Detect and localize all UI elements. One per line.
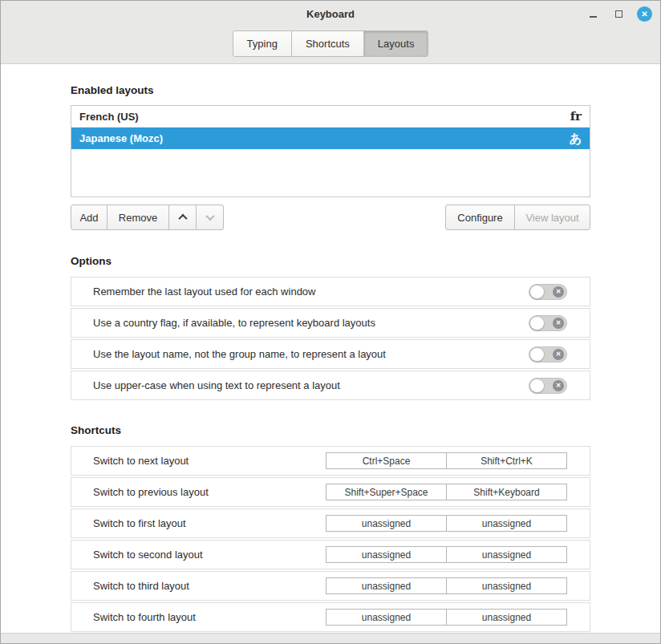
- layout-edit-buttons: Add Remove: [71, 205, 224, 230]
- toggle-layout-name[interactable]: ✕: [529, 346, 567, 363]
- option-label: Use the layout name, not the group name,…: [93, 348, 386, 360]
- configure-button[interactable]: Configure: [445, 205, 515, 230]
- shortcut-row-second-layout: Switch to second layout unassigned unass…: [71, 540, 590, 569]
- keybinding-button-1[interactable]: unassigned: [326, 577, 447, 594]
- chevron-up-icon: [178, 214, 187, 223]
- layout-name: Japanese (Mozc): [79, 132, 163, 144]
- shortcut-label: Switch to next layout: [93, 455, 189, 467]
- toggle-knob: [529, 285, 545, 299]
- keybinding-button-2[interactable]: Shift+Ctrl+K: [446, 452, 567, 469]
- keybinding-pair: unassigned unassigned: [326, 609, 567, 626]
- keybinding-pair: Ctrl+Space Shift+Ctrl+K: [326, 452, 567, 469]
- toggle-country-flag[interactable]: ✕: [529, 315, 567, 331]
- shortcut-label: Switch to fourth layout: [93, 611, 196, 623]
- toggle-off-icon: ✕: [553, 318, 564, 329]
- add-layout-button[interactable]: Add: [71, 205, 107, 230]
- option-label: Use upper-case when using text to repres…: [93, 379, 340, 391]
- shortcuts-heading: Shortcuts: [71, 424, 590, 436]
- options-heading: Options: [71, 255, 590, 267]
- minimize-icon: [590, 16, 597, 18]
- keybinding-pair: unassigned unassigned: [326, 546, 567, 563]
- remove-layout-button[interactable]: Remove: [107, 205, 169, 230]
- option-row-layout-name: Use the layout name, not the group name,…: [71, 339, 590, 369]
- close-icon: ✕: [641, 10, 647, 18]
- tab-typing[interactable]: Typing: [233, 31, 291, 56]
- layout-list: French (US) fr Japanese (Mozc) あ: [71, 105, 590, 197]
- window-controls: ✕: [586, 1, 652, 27]
- layout-list-toolbar: Add Remove Configure View layout: [71, 205, 590, 230]
- tab-layouts[interactable]: Layouts: [363, 31, 428, 56]
- toggle-off-icon: ✕: [553, 349, 564, 360]
- option-row-country-flag: Use a country flag, if available, to rep…: [71, 308, 590, 338]
- keybinding-button-1[interactable]: Shift+Super+Space: [326, 484, 447, 500]
- layout-name: French (US): [79, 111, 139, 123]
- tab-group: Typing Shortcuts Layouts: [233, 30, 429, 57]
- toggle-upper-case[interactable]: ✕: [529, 378, 567, 394]
- minimize-button[interactable]: [586, 6, 601, 22]
- layout-action-buttons: Configure View layout: [445, 205, 590, 230]
- tab-shortcuts[interactable]: Shortcuts: [291, 31, 363, 56]
- shortcut-row-first-layout: Switch to first layout unassigned unassi…: [71, 508, 590, 538]
- option-label: Remember the last layout used for each w…: [93, 286, 315, 298]
- layout-indicator-ja: あ: [570, 132, 582, 144]
- keybinding-button-1[interactable]: unassigned: [326, 546, 447, 563]
- enabled-layouts-heading: Enabled layouts: [71, 84, 590, 96]
- chevron-down-icon: [205, 212, 214, 221]
- keybinding-button-2[interactable]: unassigned: [446, 546, 567, 563]
- tab-strip: Typing Shortcuts Layouts: [1, 27, 660, 64]
- keybinding-button-2[interactable]: unassigned: [446, 515, 567, 532]
- keybinding-pair: Shift+Super+Space Shift+Keyboard: [326, 484, 567, 500]
- maximize-icon: [615, 10, 622, 18]
- shortcut-row-next-layout: Switch to next layout Ctrl+Space Shift+C…: [71, 446, 590, 476]
- close-button[interactable]: ✕: [637, 6, 652, 22]
- view-layout-button[interactable]: View layout: [514, 205, 590, 230]
- keybinding-button-1[interactable]: Ctrl+Space: [326, 452, 447, 469]
- shortcut-label: Switch to second layout: [93, 549, 203, 561]
- maximize-button[interactable]: [611, 6, 627, 22]
- shortcut-row-third-layout: Switch to third layout unassigned unassi…: [71, 571, 590, 601]
- window-title: Keyboard: [306, 8, 355, 20]
- shortcut-row-fourth-layout: Switch to fourth layout unassigned unass…: [71, 602, 590, 632]
- toggle-knob: [529, 347, 545, 362]
- shortcuts-list: Switch to next layout Ctrl+Space Shift+C…: [71, 446, 590, 632]
- keybinding-button-2[interactable]: unassigned: [446, 609, 567, 626]
- toggle-knob: [529, 316, 545, 330]
- layout-row-french[interactable]: French (US) fr: [71, 106, 590, 128]
- keybinding-button-2[interactable]: unassigned: [446, 577, 567, 594]
- keybinding-button-1[interactable]: unassigned: [326, 515, 447, 532]
- window-bottom-edge: [1, 633, 660, 643]
- keybinding-pair: unassigned unassigned: [326, 577, 567, 594]
- move-up-button[interactable]: [168, 205, 197, 230]
- toggle-remember-last-layout[interactable]: ✕: [529, 284, 567, 300]
- keybinding-button-1[interactable]: unassigned: [326, 609, 447, 626]
- option-row-upper-case: Use upper-case when using text to repres…: [71, 371, 590, 400]
- toggle-off-icon: ✕: [553, 380, 564, 391]
- shortcut-row-previous-layout: Switch to previous layout Shift+Super+Sp…: [71, 477, 590, 507]
- keybinding-pair: unassigned unassigned: [326, 515, 567, 532]
- keybinding-button-2[interactable]: Shift+Keyboard: [446, 484, 567, 500]
- layouts-page: Enabled layouts French (US) fr Japanese …: [1, 84, 660, 632]
- option-label: Use a country flag, if available, to rep…: [93, 317, 375, 329]
- toggle-knob: [529, 379, 545, 393]
- shortcut-label: Switch to third layout: [93, 580, 189, 592]
- toggle-off-icon: ✕: [553, 286, 564, 298]
- titlebar: Keyboard ✕: [1, 1, 660, 27]
- layout-indicator-fr: fr: [570, 111, 582, 123]
- move-down-button[interactable]: [196, 205, 224, 230]
- option-row-remember-last-layout: Remember the last layout used for each w…: [71, 277, 590, 306]
- options-list: Remember the last layout used for each w…: [71, 277, 590, 400]
- shortcut-label: Switch to previous layout: [93, 486, 209, 498]
- shortcut-label: Switch to first layout: [93, 517, 186, 529]
- layout-row-japanese[interactable]: Japanese (Mozc) あ: [71, 128, 590, 149]
